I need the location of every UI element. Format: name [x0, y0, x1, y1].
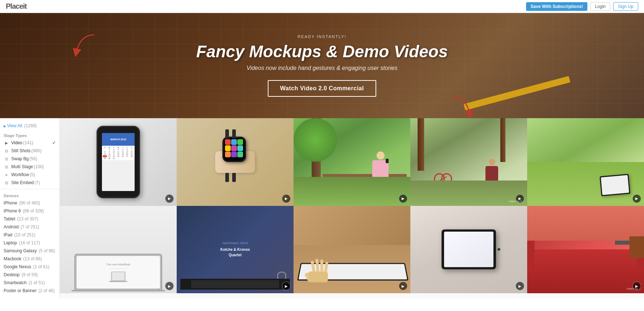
sidebar-ipad-count: (15 of 251): [13, 232, 35, 237]
sidebar-samsung-count: (5 of 86): [37, 248, 55, 253]
sidebar-laptop-label: Laptop: [4, 240, 17, 245]
macbook-tagline: The new MacBook: [106, 263, 130, 266]
main-content: View All (1289) Stage Types ▶ Video (141…: [0, 118, 644, 298]
mockup-grid: MARCH 2015 SMTWTFS 234567 891011121314 1…: [60, 118, 644, 293]
sidebar-item-site-embed-count: (7): [34, 180, 40, 185]
hero-subtitle: Videos now include hand gestures & engag…: [196, 65, 448, 71]
sidebar-item-swap-bg[interactable]: ⊡ Swap Bg (56): [0, 155, 60, 163]
sidebar-item-laptop[interactable]: Laptop (16 of 117): [0, 239, 60, 247]
play-button-9[interactable]: ▶: [516, 282, 524, 290]
sidebar-macbook-count: (13 of 86): [22, 256, 42, 261]
play-button-7[interactable]: ▶: [282, 282, 291, 290]
grid-item-ipad[interactable]: ▶: [410, 206, 527, 294]
sidebar-item-still-shots[interactable]: ⊡ Still Shots (980): [0, 147, 60, 155]
sidebar-divider: [0, 189, 60, 189]
sidebar-android-count: (7 of 251): [19, 224, 39, 229]
sidebar-item-video-label: Video: [11, 140, 22, 145]
grid-item-macbook[interactable]: The new MacBook ▶: [60, 206, 177, 294]
grid-item-bike[interactable]: ▶ video by F...: [410, 118, 527, 206]
site-embed-icon: ⊡: [4, 181, 9, 185]
grid-item-concert[interactable]: Input/Output: Glernt Kotche & KronosQuar…: [177, 206, 294, 294]
multi-stage-icon: ⊡: [4, 165, 9, 169]
sidebar-tablet-count: (13 of 307): [16, 216, 38, 221]
sidebar-desktop-count: (9 of 59): [20, 272, 38, 277]
phone-mockup: MARCH 2015 SMTWTFS 234567 891011121314 1…: [97, 126, 140, 198]
sidebar-item-macbook[interactable]: Macbook (13 of 86): [0, 255, 60, 263]
sidebar-item-multi-stage-label: Multi Stage: [11, 164, 33, 169]
grid-item-sofa[interactable]: ▶ Video by ...: [527, 206, 644, 294]
sidebar-item-workflow-count: (5): [30, 172, 35, 177]
sidebar-poster-banner-label: Poster or Banner: [4, 288, 37, 293]
hero-title: Fancy Mockups & Demo Videos: [196, 42, 448, 61]
sidebar-laptop-count: (16 of 117): [18, 240, 40, 245]
signup-button[interactable]: Sign Up: [613, 2, 638, 11]
sidebar-item-swap-bg-label: Swap Bg: [11, 156, 29, 161]
play-button-6[interactable]: ▶: [165, 282, 174, 290]
hero-cta-button[interactable]: Watch Video 2.0 Commercial: [268, 80, 376, 97]
sidebar: View All (1289) Stage Types ▶ Video (141…: [0, 118, 60, 298]
sidebar-android-label: Android: [4, 224, 19, 229]
sidebar-check-icon: ✓: [52, 140, 56, 145]
sidebar-devices-label: Devices: [0, 191, 60, 199]
sidebar-item-ipad[interactable]: iPad (15 of 251): [0, 231, 60, 239]
sidebar-item-site-embed[interactable]: ⊡ Site Embed (7): [0, 179, 60, 187]
hero-content: READY INSTANTLY! Fancy Mockups & Demo Vi…: [196, 34, 448, 97]
header-buttons: Save With Subscriptions! Login Sign Up: [526, 2, 638, 11]
subscription-button[interactable]: Save With Subscriptions!: [526, 2, 587, 11]
video-icon: ▶: [4, 141, 9, 145]
sidebar-item-iphone6[interactable]: iPhone 6 (88 of 328): [0, 207, 60, 215]
watermark-4: video by F...: [509, 200, 524, 203]
sidebar-item-workflow[interactable]: ≡ Workflow (5): [0, 171, 60, 179]
sidebar-smartwatch-label: Smartwatch: [4, 280, 26, 285]
sidebar-item-multi-stage[interactable]: ⊡ Multi Stage (100): [0, 163, 60, 171]
play-button-1[interactable]: ▶: [165, 194, 174, 203]
grid-item-phone[interactable]: MARCH 2015 SMTWTFS 234567 891011121314 1…: [60, 118, 177, 206]
swap-icon: ⊡: [4, 157, 9, 161]
grid-item-watch[interactable]: ▶: [177, 118, 294, 206]
hero-section: READY INSTANTLY! Fancy Mockups & Demo Vi…: [0, 13, 644, 118]
play-button-3[interactable]: ▶: [399, 194, 407, 203]
sidebar-item-android[interactable]: Android (7 of 251): [0, 223, 60, 231]
sidebar-ipad-label: iPad: [4, 232, 12, 237]
sidebar-view-all-count: (1289): [24, 123, 37, 128]
sidebar-tablet-label: Tablet: [4, 216, 15, 221]
sidebar-view-all[interactable]: View All (1289): [0, 122, 60, 131]
sidebar-item-tablet[interactable]: Tablet (13 of 307): [0, 215, 60, 223]
sidebar-item-multi-stage-count: (100): [34, 164, 44, 169]
sidebar-item-site-embed-label: Site Embed: [11, 180, 34, 185]
sidebar-item-video[interactable]: ▶ Video (141) ✓: [0, 139, 60, 147]
hero-ready-label: READY INSTANTLY!: [196, 34, 448, 39]
sidebar-smartwatch-count: (1 of 51): [27, 280, 45, 285]
watermark-10: Video by ...: [627, 287, 641, 290]
sidebar-iphone6-count: (88 of 328): [21, 208, 44, 213]
sidebar-item-still-shots-count: (980): [31, 148, 41, 153]
grid-item-girl-park[interactable]: ▶: [294, 118, 410, 206]
sidebar-item-desktop[interactable]: Desktop (9 of 59): [0, 271, 60, 279]
phone-screen: MARCH 2015 SMTWTFS 234567 891011121314 1…: [102, 133, 135, 191]
sidebar-item-google-nexus[interactable]: Google Nexus (1 of 61): [0, 263, 60, 271]
sidebar-item-smartwatch[interactable]: Smartwatch (1 of 51): [0, 279, 60, 287]
play-button-2[interactable]: ▶: [282, 194, 291, 203]
sidebar-samsung-label: Samsung Galaxy: [4, 248, 37, 253]
sidebar-item-workflow-label: Workflow: [11, 172, 29, 177]
sidebar-iphone-label: iPhone: [4, 200, 17, 206]
grid-item-outdoor[interactable]: ▶: [527, 118, 644, 206]
sidebar-macbook-label: Macbook: [4, 256, 21, 261]
sidebar-iphone6-label: iPhone 6: [4, 208, 21, 213]
login-button[interactable]: Login: [590, 2, 610, 11]
sidebar-item-samsung[interactable]: Samsung Galaxy (5 of 86): [0, 247, 60, 255]
sidebar-google-nexus-count: (1 of 61): [32, 264, 49, 269]
sidebar-view-all-label: View All: [7, 123, 22, 128]
play-button-5[interactable]: ▶: [632, 194, 641, 203]
logo[interactable]: Placeit: [6, 2, 26, 11]
sidebar-item-iphone[interactable]: iPhone (90 of 483): [0, 199, 60, 207]
grid-item-hands-tablet[interactable]: ▶: [294, 206, 410, 294]
sidebar-item-still-shots-label: Still Shots: [11, 148, 30, 153]
sidebar-google-nexus-label: Google Nexus: [4, 264, 31, 269]
camera-icon: ⊡: [4, 149, 9, 153]
sidebar-item-poster-banner[interactable]: Poster or Banner (1 of 46): [0, 287, 60, 295]
play-button-8[interactable]: ▶: [399, 282, 407, 290]
header: Placeit Save With Subscriptions! Login S…: [0, 0, 644, 13]
workflow-icon: ≡: [4, 173, 9, 177]
sidebar-item-swap-bg-count: (56): [29, 156, 37, 161]
